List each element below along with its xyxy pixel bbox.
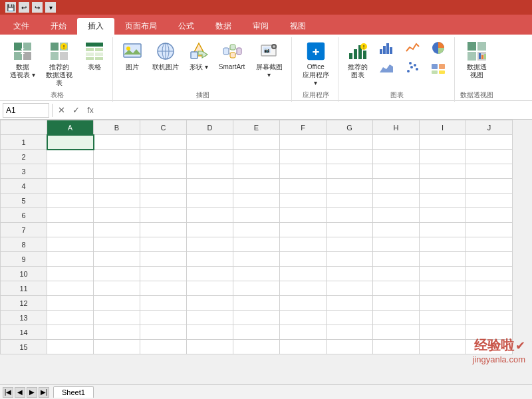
cell-F14[interactable] — [280, 325, 327, 340]
col-header-i[interactable]: I — [420, 120, 466, 135]
row-header-5[interactable]: 5 — [1, 194, 47, 208]
cell-I15[interactable] — [420, 340, 466, 354]
cell-D11[interactable] — [187, 281, 233, 296]
cell-E13[interactable] — [233, 311, 280, 325]
cell-D4[interactable] — [187, 179, 233, 194]
cell-E8[interactable] — [233, 237, 280, 252]
cell-E5[interactable] — [233, 194, 280, 208]
cell-H13[interactable] — [373, 311, 420, 325]
cell-H11[interactable] — [373, 281, 420, 296]
cell-G13[interactable] — [327, 311, 373, 325]
cell-F3[interactable] — [280, 164, 327, 179]
cell-I9[interactable] — [420, 252, 466, 267]
cell-C11[interactable] — [140, 281, 187, 296]
cell-A7[interactable] — [47, 223, 94, 237]
tab-home[interactable]: 开始 — [40, 18, 77, 35]
cell-J6[interactable] — [466, 208, 513, 223]
cell-E4[interactable] — [233, 179, 280, 194]
row-header-4[interactable]: 4 — [1, 179, 47, 194]
cell-E15[interactable] — [233, 340, 280, 354]
line-chart-button[interactable] — [400, 39, 424, 57]
cell-I5[interactable] — [420, 194, 466, 208]
cell-A14[interactable] — [47, 325, 94, 340]
col-header-j[interactable]: J — [466, 120, 513, 135]
cell-B3[interactable] — [94, 164, 140, 179]
sheet-nav-prev[interactable]: ◀ — [15, 387, 25, 398]
cell-E2[interactable] — [233, 150, 280, 164]
row-header-15[interactable]: 15 — [1, 340, 47, 354]
cell-F13[interactable] — [280, 311, 327, 325]
col-header-g[interactable]: G — [327, 120, 373, 135]
cell-J2[interactable] — [466, 150, 513, 164]
sheet-nav-next[interactable]: ▶ — [27, 387, 37, 398]
cell-I11[interactable] — [420, 281, 466, 296]
save-icon[interactable]: 💾 — [5, 2, 16, 13]
row-header-10[interactable]: 10 — [1, 267, 47, 281]
cell-D13[interactable] — [187, 311, 233, 325]
cell-E7[interactable] — [233, 223, 280, 237]
picture-button[interactable]: 图片 — [118, 39, 146, 73]
cell-I8[interactable] — [420, 237, 466, 252]
cell-B11[interactable] — [94, 281, 140, 296]
tab-view[interactable]: 视图 — [279, 18, 317, 35]
cell-E11[interactable] — [233, 281, 280, 296]
cell-I1[interactable] — [420, 135, 466, 150]
cell-C5[interactable] — [140, 194, 187, 208]
cell-A4[interactable] — [47, 179, 94, 194]
cell-D14[interactable] — [187, 325, 233, 340]
tab-insert[interactable]: 插入 — [77, 18, 114, 35]
cell-B2[interactable] — [94, 150, 140, 164]
cell-C10[interactable] — [140, 267, 187, 281]
cell-F10[interactable] — [280, 267, 327, 281]
row-header-12[interactable]: 12 — [1, 296, 47, 311]
cell-B4[interactable] — [94, 179, 140, 194]
undo-icon[interactable]: ↩ — [19, 2, 29, 13]
cell-A9[interactable] — [47, 252, 94, 267]
cell-C8[interactable] — [140, 237, 187, 252]
tab-formula[interactable]: 公式 — [168, 18, 205, 35]
tab-page-layout[interactable]: 页面布局 — [114, 18, 168, 35]
cell-J10[interactable] — [466, 267, 513, 281]
other-chart-button[interactable] — [426, 59, 450, 77]
cell-H2[interactable] — [373, 150, 420, 164]
cell-B15[interactable] — [94, 340, 140, 354]
cell-C4[interactable] — [140, 179, 187, 194]
scatter-chart-button[interactable] — [400, 59, 424, 77]
col-header-c[interactable]: C — [140, 120, 187, 135]
cell-B9[interactable] — [94, 252, 140, 267]
cell-B12[interactable] — [94, 296, 140, 311]
tab-data[interactable]: 数据 — [205, 18, 242, 35]
cell-A3[interactable] — [47, 164, 94, 179]
cell-H10[interactable] — [373, 267, 420, 281]
cell-I10[interactable] — [420, 267, 466, 281]
cell-H14[interactable] — [373, 325, 420, 340]
cell-H3[interactable] — [373, 164, 420, 179]
cell-G4[interactable] — [327, 179, 373, 194]
cell-B10[interactable] — [94, 267, 140, 281]
sheet-tab-sheet1[interactable]: Sheet1 — [53, 386, 94, 398]
cell-J4[interactable] — [466, 179, 513, 194]
row-header-7[interactable]: 7 — [1, 223, 47, 237]
cell-H7[interactable] — [373, 223, 420, 237]
office-apps-button[interactable]: + Office应用程序 ▾ — [297, 39, 334, 89]
sheet-nav-first[interactable]: |◀ — [3, 387, 13, 398]
spreadsheet-table-wrapper[interactable]: A B C D E F G H I J 12345678910111213141… — [0, 120, 532, 384]
cell-I13[interactable] — [420, 311, 466, 325]
cell-H15[interactable] — [373, 340, 420, 354]
shape-button[interactable]: 形状 ▾ — [185, 39, 213, 73]
cell-C15[interactable] — [140, 340, 187, 354]
cell-J9[interactable] — [466, 252, 513, 267]
cell-D6[interactable] — [187, 208, 233, 223]
cell-A8[interactable] — [47, 237, 94, 252]
cell-J5[interactable] — [466, 194, 513, 208]
cell-B8[interactable] — [94, 237, 140, 252]
cell-H8[interactable] — [373, 237, 420, 252]
pivot-chart-button[interactable]: 数据透视图 — [463, 39, 491, 81]
cell-F9[interactable] — [280, 252, 327, 267]
cell-A10[interactable] — [47, 267, 94, 281]
menu-icon[interactable]: ▾ — [45, 2, 56, 13]
cell-E9[interactable] — [233, 252, 280, 267]
cell-G7[interactable] — [327, 223, 373, 237]
cell-D8[interactable] — [187, 237, 233, 252]
col-header-b[interactable]: B — [94, 120, 140, 135]
